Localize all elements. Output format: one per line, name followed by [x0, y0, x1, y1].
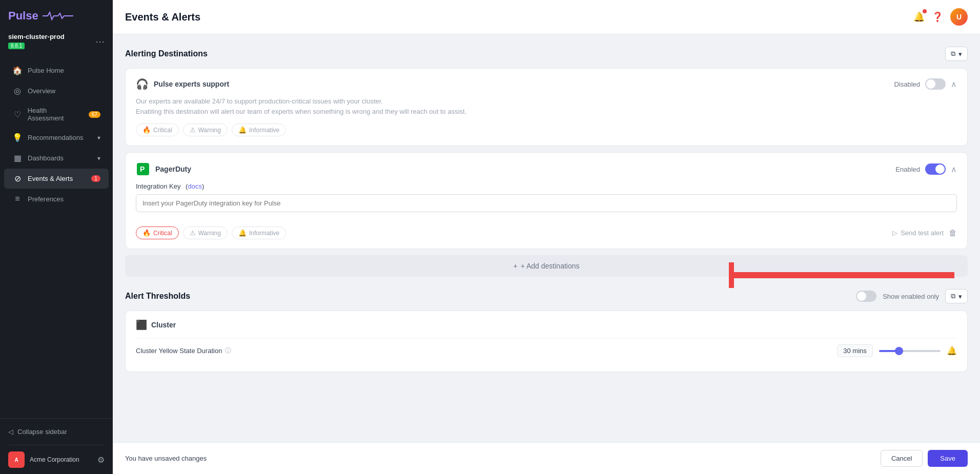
chevron-down-icon: ▾ [97, 134, 100, 141]
account-section: A Acme Corporation ⚙ [8, 445, 105, 468]
cluster-name: Cluster [151, 321, 176, 329]
content-area: Alerting Destinations ⧉ ▾ 🎧 Pulse expert… [113, 34, 980, 442]
flame-icon: 🔥 [142, 229, 151, 237]
app-name: Pulse [8, 9, 38, 23]
sidebar-item-dashboards[interactable]: ▦ Dashboards ▾ [4, 148, 109, 168]
sidebar-item-health-assessment[interactable]: ♡ Health Assessment 67 [4, 101, 109, 127]
cluster-header: ⬛ Cluster [136, 319, 957, 331]
sidebar-item-label: Events & Alerts [28, 175, 73, 182]
copy-icon: ⧉ [951, 50, 955, 58]
notifications-button[interactable]: 🔔 [913, 11, 925, 23]
delete-pagerduty-button[interactable]: 🗑 [949, 229, 957, 238]
send-icon: ▷ [892, 229, 897, 237]
warning-tag[interactable]: ⚠ Warning [183, 226, 228, 239]
bottom-bar: You have unsaved changes Cancel Save [113, 442, 980, 474]
alerting-destinations-title: Alerting Destinations [125, 49, 208, 58]
alerting-destinations-header: Alerting Destinations ⧉ ▾ [125, 47, 968, 61]
integration-key-label: Integration Key (docs) [136, 182, 957, 190]
sidebar-item-label: Dashboards [28, 154, 64, 162]
help-button[interactable]: ❓ [932, 11, 943, 23]
plus-icon: + [514, 262, 518, 270]
threshold-row: Cluster Yellow State Duration ⓘ 30 mins … [136, 338, 957, 363]
threshold-value: 30 mins [837, 344, 873, 357]
pulse-experts-name: Pulse experts support [154, 80, 229, 88]
dashboards-icon: ▦ [12, 153, 23, 163]
sidebar-item-label: Preferences [28, 195, 64, 203]
bottom-bar-actions: Cancel Save [881, 450, 968, 467]
pulse-waveform-icon [43, 11, 73, 21]
pulse-experts-tags: 🔥 Critical ⚠ Warning 🔔 Informative [136, 123, 957, 136]
pagerduty-name: PagerDuty [155, 165, 191, 173]
topbar-actions: 🔔 ❓ U [913, 8, 968, 26]
collapse-sidebar-button[interactable]: ◁ Collapse sidebar [8, 425, 105, 439]
events-icon: ⊘ [12, 174, 23, 183]
cluster-icon: ⬛ [136, 319, 147, 331]
show-enabled-only-toggle[interactable] [856, 291, 876, 302]
sidebar-item-overview[interactable]: ◎ Overview [4, 81, 109, 101]
cluster-info: siem-cluster-prod 8.8.1 ⋯ [0, 29, 113, 56]
sidebar-item-recommendations[interactable]: 💡 Recommendations ▾ [4, 128, 109, 148]
informative-tag[interactable]: 🔔 Informative [232, 123, 286, 136]
threshold-slider[interactable] [879, 350, 941, 352]
critical-tag[interactable]: 🔥 Critical [136, 123, 179, 136]
pagerduty-card: P PagerDuty Enabled ∧ Integration Key (d [125, 152, 968, 249]
thresholds-options-button[interactable]: ⧉ ▾ [945, 289, 968, 303]
pulse-experts-toggle[interactable] [925, 78, 946, 90]
alert-bell-icon[interactable]: 🔔 [947, 346, 957, 356]
sidebar-item-events-alerts[interactable]: ⊘ Events & Alerts 1 [4, 169, 109, 189]
user-avatar[interactable]: U [950, 8, 968, 26]
warning-icon: ⚠ [190, 229, 196, 237]
cancel-button[interactable]: Cancel [881, 450, 923, 467]
health-assessment-badge: 67 [89, 111, 100, 118]
save-button[interactable]: Save [928, 450, 968, 467]
alert-thresholds-title: Alert Thresholds [125, 292, 190, 301]
chevron-down-icon: ▾ [97, 155, 100, 162]
account-name: Acme Corporation [30, 456, 92, 463]
informative-tag[interactable]: 🔔 Informative [232, 226, 286, 239]
topbar: Events & Alerts 🔔 ❓ U [113, 0, 980, 34]
sidebar-bottom: ◁ Collapse sidebar A Acme Corporation ⚙ [0, 418, 113, 474]
send-test-alert-button[interactable]: ▷ Send test alert [892, 229, 944, 237]
cluster-menu-button[interactable]: ⋯ [95, 36, 105, 47]
sidebar-item-preferences[interactable]: ≡ Preferences [4, 189, 109, 209]
sidebar-nav: 🏠 Pulse Home ◎ Overview ♡ Health Assessm… [0, 56, 113, 418]
critical-tag[interactable]: 🔥 Critical [136, 226, 179, 239]
collapse-icon: ◁ [8, 428, 13, 436]
alerting-destinations-options-button[interactable]: ⧉ ▾ [945, 47, 968, 61]
sidebar-logo: Pulse [0, 0, 113, 29]
integration-key-section: Integration Key (docs) [136, 182, 957, 219]
docs-link[interactable]: docs [188, 182, 201, 190]
notification-badge [923, 9, 927, 13]
sidebar-item-label: Recommendations [28, 134, 83, 141]
slider-container [879, 350, 941, 352]
show-enabled-only-label: Show enabled only [883, 293, 939, 300]
collapse-pagerduty-button[interactable]: ∧ [951, 164, 957, 174]
recommendations-icon: 💡 [12, 133, 23, 142]
account-settings-button[interactable]: ⚙ [97, 455, 105, 465]
sidebar-item-label: Overview [28, 87, 55, 95]
overview-icon: ◎ [12, 86, 23, 96]
account-logo: A [8, 451, 25, 468]
collapse-pulse-experts-button[interactable]: ∧ [951, 79, 957, 89]
toggle-knob [926, 79, 935, 89]
warning-tag[interactable]: ⚠ Warning [183, 123, 228, 136]
sidebar-item-pulse-home[interactable]: 🏠 Pulse Home [4, 60, 109, 80]
threshold-label: Cluster Yellow State Duration ⓘ [136, 346, 831, 355]
pagerduty-toggle[interactable] [925, 163, 946, 175]
pulse-experts-header: 🎧 Pulse experts support Disabled ∧ [136, 78, 957, 90]
chevron-down-icon: ▾ [958, 50, 962, 58]
headset-icon: 🎧 [136, 78, 149, 90]
integration-key-input[interactable] [136, 194, 957, 212]
page-title: Events & Alerts [125, 11, 200, 23]
info-icon[interactable]: ⓘ [225, 346, 231, 355]
sidebar-item-label: Health Assessment [28, 107, 84, 122]
pulse-experts-card: 🎧 Pulse experts support Disabled ∧ Our e… [125, 68, 968, 146]
main-content: Events & Alerts 🔔 ❓ U Alerting Destinati… [113, 0, 980, 474]
bell-icon: 🔔 [238, 229, 247, 237]
unsaved-changes-message: You have unsaved changes [125, 455, 207, 462]
add-destinations-button[interactable]: + + Add destinations [125, 255, 968, 277]
health-icon: ♡ [12, 110, 23, 119]
copy-icon: ⧉ [951, 292, 955, 300]
home-icon: 🏠 [12, 66, 23, 75]
pagerduty-icon: P [136, 162, 150, 176]
